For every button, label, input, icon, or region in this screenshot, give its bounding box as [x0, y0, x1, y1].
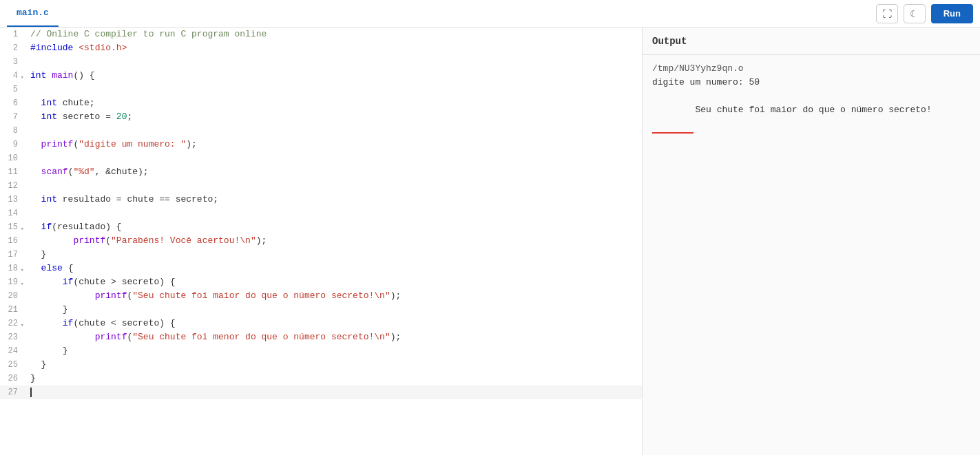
line-number: 8 [0, 124, 25, 138]
tab-main-c[interactable]: main.c [7, 0, 59, 27]
header-controls: ⛶ ☾ Run [876, 4, 973, 23]
code-line: 25 } [0, 358, 642, 372]
code-content: printf("Seu chute foi maior do que o núm… [25, 289, 401, 303]
code-line: 4▾ int main() { [0, 69, 642, 83]
code-line: 12 [0, 179, 642, 193]
line-number: 9 [0, 138, 25, 151]
code-line: 20 printf("Seu chute foi maior do que o … [0, 289, 642, 303]
code-content: // Online C compiler to run C program on… [25, 28, 267, 41]
fullscreen-button[interactable]: ⛶ [876, 4, 898, 23]
line-number: 21 [0, 303, 25, 317]
code-content: int main() { [25, 69, 95, 83]
line-number: 7 [0, 110, 25, 124]
line-number: 14 [0, 207, 25, 220]
line-number: 23 [0, 330, 25, 344]
line-number: 15▾ [0, 220, 25, 234]
output-header: Output [643, 28, 980, 55]
line-number: 1 [0, 28, 25, 41]
code-content: if(chute > secreto) { [25, 275, 176, 289]
code-line: 17 } [0, 248, 642, 262]
code-area: 1 // Online C compiler to run C program … [0, 28, 642, 455]
code-line: 5 [0, 83, 642, 96]
line-number: 20 [0, 289, 25, 303]
line-number: 16 [0, 234, 25, 248]
code-content: } [25, 303, 68, 317]
code-content: if(resultado) { [25, 220, 122, 234]
code-line: 22▾ if(chute < secreto) { [0, 317, 642, 330]
output-line-1: digite um numero: 50 [652, 76, 970, 89]
line-number: 5 [0, 83, 25, 96]
line-number: 12 [0, 179, 25, 193]
code-line-cursor: 27 [0, 385, 642, 399]
line-number: 18▾ [0, 262, 25, 275]
line-number: 17 [0, 248, 25, 262]
header-bar: main.c ⛶ ☾ Run [0, 0, 980, 28]
main-content: 1 // Online C compiler to run C program … [0, 28, 980, 455]
code-content: #include <stdio.h> [25, 41, 127, 55]
output-content[interactable]: /tmp/NU3Yyhz9qn.o digite um numero: 50 S… [643, 55, 980, 455]
line-number: 19▾ [0, 275, 25, 289]
code-content: } [25, 248, 46, 262]
code-content: int secreto = 20; [25, 110, 132, 124]
tab-label: main.c [17, 8, 49, 18]
code-line: 1 // Online C compiler to run C program … [0, 28, 642, 41]
fullscreen-icon: ⛶ [882, 8, 892, 19]
output-line-2: Seu chute foi maior do que o número secr… [652, 89, 970, 161]
code-line: 16 printf("Parabéns! Você acertou!\n"); [0, 234, 642, 248]
code-line: 7 int secreto = 20; [0, 110, 642, 124]
line-number: 25 [0, 358, 25, 372]
code-line: 13 int resultado = chute == secreto; [0, 193, 642, 207]
code-content: printf("Parabéns! Você acertou!\n"); [25, 234, 267, 248]
code-line: 9 printf("digite um numero: "); [0, 138, 642, 151]
code-content: printf("digite um numero: "); [25, 138, 197, 151]
line-number: 3 [0, 55, 25, 69]
code-content: } [25, 358, 46, 372]
code-line: 11 scanf("%d", &chute); [0, 165, 642, 179]
line-number: 26 [0, 372, 25, 385]
line-number: 27 [0, 385, 25, 399]
dark-mode-button[interactable]: ☾ [904, 4, 926, 23]
output-pane: Output /tmp/NU3Yyhz9qn.o digite um numer… [643, 28, 980, 455]
line-number: 4▾ [0, 69, 25, 83]
run-button[interactable]: Run [931, 4, 973, 23]
code-content: else { [25, 262, 73, 275]
code-content: int chute; [25, 96, 95, 110]
code-content: } [25, 372, 36, 385]
code-line: 18▾ else { [0, 262, 642, 275]
code-line: 8 [0, 124, 642, 138]
code-line: 23 printf("Seu chute foi menor do que o … [0, 330, 642, 344]
code-content: int resultado = chute == secreto; [25, 193, 218, 207]
code-content: } [25, 344, 68, 358]
line-number: 2 [0, 41, 25, 55]
line-number: 24 [0, 344, 25, 358]
code-line: 14 [0, 207, 642, 220]
run-label: Run [943, 8, 961, 19]
code-line: 26 } [0, 372, 642, 385]
dark-mode-icon: ☾ [910, 8, 919, 19]
red-underline-decoration [652, 132, 694, 134]
output-path: /tmp/NU3Yyhz9qn.o [652, 62, 970, 76]
output-line-2-text: Seu chute foi maior do que o número secr… [695, 105, 931, 115]
code-line: 21 } [0, 303, 642, 317]
code-line: 6 int chute; [0, 96, 642, 110]
line-number: 13 [0, 193, 25, 207]
code-line: 15▾ if(resultado) { [0, 220, 642, 234]
code-line: 24 } [0, 344, 642, 358]
code-content: printf("Seu chute foi menor do que o núm… [25, 330, 401, 344]
line-number: 10 [0, 151, 25, 165]
output-title: Output [652, 36, 687, 47]
code-line: 10 [0, 151, 642, 165]
code-line: 19▾ if(chute > secreto) { [0, 275, 642, 289]
code-line: 3 [0, 55, 642, 69]
editor-pane[interactable]: 1 // Online C compiler to run C program … [0, 28, 643, 455]
code-content: scanf("%d", &chute); [25, 165, 149, 179]
code-line: 2 #include <stdio.h> [0, 41, 642, 55]
line-number: 6 [0, 96, 25, 110]
line-number: 22▾ [0, 317, 25, 330]
code-content: if(chute < secreto) { [25, 317, 176, 330]
line-number: 11 [0, 165, 25, 179]
code-content [25, 385, 32, 399]
